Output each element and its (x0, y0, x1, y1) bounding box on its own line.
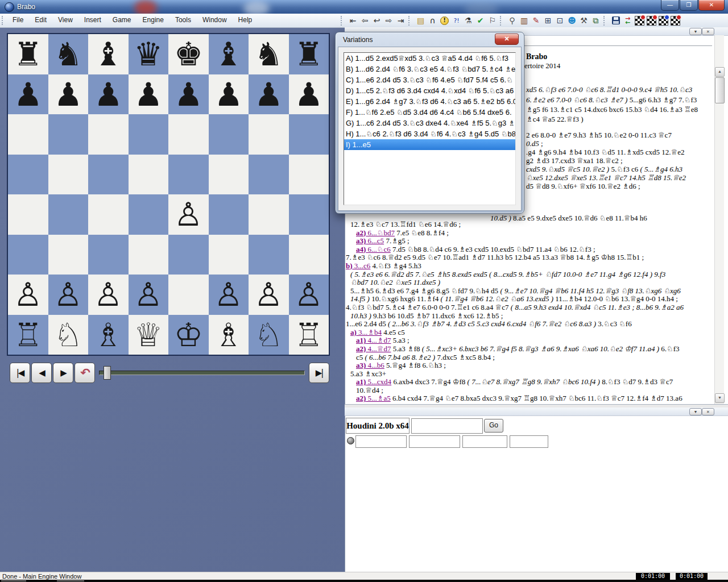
square-g2[interactable]: ♙ (249, 275, 289, 315)
notation-close-button[interactable]: ✕ (702, 28, 714, 35)
square-d8[interactable]: ♛ (129, 34, 169, 74)
engine-close-button[interactable]: ✕ (702, 408, 714, 415)
menu-view[interactable]: View (52, 14, 78, 27)
notation-line[interactable]: a1) 4...♗d7 5.a3 ; (346, 336, 715, 345)
notation-line[interactable]: b) 3...c6 4.♘f3 ♗g4 5.h3 (346, 262, 715, 271)
square-b4[interactable] (48, 194, 89, 235)
notation-line[interactable]: a3) 6...c5 7.♗g5 ; (346, 237, 715, 246)
square-d5[interactable] (129, 155, 169, 195)
square-e4[interactable]: ♙ (168, 194, 209, 235)
notation-line[interactable]: 14.f5 ) 10.♘xg6 hxg6 11.♗f4 ( 11.♕g4 ♕b6… (346, 295, 715, 304)
square-c1[interactable]: ♗ (88, 315, 129, 355)
board-window-icon[interactable]: ⊞ (542, 15, 554, 26)
goto-end-icon[interactable]: ⇥ (395, 15, 407, 26)
warning-icon[interactable]: ! (439, 15, 450, 26)
annotate-pen-icon[interactable]: ✎ (530, 15, 542, 26)
takeback-icon[interactable]: ↩ (371, 15, 383, 26)
square-d7[interactable]: ♟ (129, 74, 169, 115)
notation-collapse-button[interactable]: ▼ (689, 28, 702, 35)
square-a7[interactable]: ♟ (8, 74, 48, 115)
square-c2[interactable]: ♙ (88, 275, 129, 315)
square-f2[interactable]: ♙ (209, 275, 249, 315)
square-g7[interactable]: ♟ (249, 74, 289, 115)
notation-line[interactable]: 10.♕d4 ; (346, 386, 715, 395)
microscope-icon[interactable]: ⚗ (462, 15, 474, 26)
notation-line[interactable]: 5...♗h5 6.♗d3 e6 7.g4 ♗g6 8.g5 ♘fd7 9.♘h… (346, 287, 715, 296)
square-f4[interactable] (209, 194, 249, 235)
previous-move-button[interactable]: ◀ (31, 363, 52, 383)
square-h2[interactable]: ♙ (289, 275, 329, 315)
last-move-button[interactable]: ▶| (309, 363, 329, 383)
square-g4[interactable] (249, 194, 289, 235)
square-b2[interactable]: ♙ (48, 275, 89, 315)
notation-line[interactable]: 12.♗e3 ♘c7 13.♖fd1 ♘e6 14.♕d6 ; (346, 221, 715, 229)
square-b7[interactable]: ♟ (48, 74, 89, 115)
notation-line[interactable]: 1...e6 2.d4 d5 ( 2...b6 3.♘f3 ♗b7 4.♗d3 … (346, 320, 715, 329)
square-c6[interactable] (88, 114, 129, 155)
square-d6[interactable] (129, 114, 169, 155)
player-icon[interactable]: ☻ (566, 15, 578, 26)
titlebar[interactable]: Brabo — ❐ ✕ (0, 0, 728, 14)
square-a4[interactable] (8, 194, 48, 235)
square-d4[interactable] (129, 194, 169, 235)
variation-item-A[interactable]: A) 1...d5 2.exd5♕xd5 3.♘c3 ♕a5 4.d4 ♘f6 … (344, 53, 515, 64)
square-d2[interactable]: ♙ (129, 275, 169, 315)
square-a5[interactable] (8, 155, 48, 195)
notation-line[interactable]: a3) 4...b6 5.♕g4 ♗f8 6.♘h3 ; (346, 361, 715, 370)
notation-line[interactable]: 5.a3 ♗xc3+ (346, 370, 715, 379)
square-a2[interactable]: ♙ (8, 275, 48, 315)
tools-icon[interactable]: ⚒ (578, 15, 590, 26)
square-e8[interactable]: ♚ (168, 34, 209, 74)
scroll-down-icon[interactable]: ▼ (715, 393, 725, 403)
scrollbar-thumb[interactable] (715, 77, 725, 103)
variation-item-F[interactable]: F) 1...♘f6 2.e5 ♘d5 3.d4 d6 4.c4 ♘b6 5.f… (344, 107, 515, 118)
square-h7[interactable]: ♟ (289, 74, 329, 115)
engine-name-label[interactable]: Houdini 2.0b x64 (346, 418, 410, 434)
key-icon[interactable]: ⚲ (506, 15, 518, 26)
toolbar-grip[interactable] (2, 16, 5, 25)
square-f3[interactable] (209, 235, 249, 275)
menu-edit[interactable]: Edit (29, 14, 52, 27)
square-a8[interactable]: ♜ (8, 34, 48, 74)
go-button[interactable]: Go (484, 419, 503, 433)
square-b3[interactable] (48, 235, 89, 275)
square-f7[interactable]: ♟ (209, 74, 249, 115)
menu-game[interactable]: Game (107, 14, 137, 27)
dialog-close-button[interactable]: ✕ (495, 34, 519, 45)
blunder-check-icon[interactable]: ?! (450, 15, 462, 26)
notation-line[interactable]: a2) 6...♘bd7 7.e5 ♘e8 8.♗f4 ; (346, 229, 715, 238)
analyze-game-icon[interactable] (657, 15, 669, 26)
notation-line[interactable]: a2) 5...♗a5 6.b4 cxd4 7.♕g4 ♘e7 8.bxa5 d… (346, 394, 715, 403)
goto-start-icon[interactable]: ⇤ (347, 15, 359, 26)
square-g8[interactable]: ♞ (249, 34, 289, 74)
opening-book-icon[interactable]: ▥ (518, 15, 530, 26)
next-move-button[interactable]: ▶ (53, 363, 73, 383)
square-c5[interactable] (88, 155, 129, 195)
square-g1[interactable]: ♘ (249, 315, 289, 355)
square-d3[interactable] (129, 235, 169, 275)
square-f6[interactable] (209, 114, 249, 155)
variations-list[interactable]: A) 1...d5 2.exd5♕xd5 3.♘c3 ♕a5 4.d4 ♘f6 … (344, 52, 516, 205)
menu-tools[interactable]: Tools (169, 14, 197, 27)
square-e3[interactable] (168, 235, 209, 275)
square-d1[interactable]: ♕ (129, 315, 169, 355)
notation-line[interactable]: ♘bd7 10.♘e2 ♘xe5 11.dxe5 ) (346, 278, 715, 287)
engine-tournament-icon[interactable] (646, 15, 657, 26)
square-a1[interactable]: ♖ (8, 315, 48, 355)
menu-insert[interactable]: Insert (78, 14, 107, 27)
notation-line[interactable]: ( 5.♗e3 e6 6.♕d2 d5 7.♘e5 ♗h5 8.exd5 exd… (346, 271, 715, 279)
notation-line[interactable]: 7.♗e3 ♘c6 8.♕d2 e5 9.d5 ♘e7 10.♖ad1 ♗d7 … (346, 253, 715, 262)
notation-line[interactable]: a1) 5...cxd4 6.axb4 dxc3 7.♕g4 ♔f8 ( 7..… (346, 378, 715, 386)
square-f1[interactable]: ♗ (209, 315, 249, 355)
notation-line[interactable]: 4.♘f3 ♘bd7 5.♗c4 ♗e7 6.0-0 0-0 7.♖e1 c6 … (346, 304, 715, 312)
variation-item-C[interactable]: C) 1...e6 2.d4 d5 3.♘c3 ♘f6 4.e5 ♘fd7 5.… (344, 74, 515, 85)
square-b8[interactable]: ♞ (48, 34, 89, 74)
chess-board[interactable]: ♜♞♝♛♚♝♞♜♟♟♟♟♟♟♟♟♙♙♙♙♙♙♙♙♖♘♗♕♔♗♘♖ (7, 33, 330, 356)
square-g3[interactable] (249, 235, 289, 275)
center-window-icon[interactable]: ⊡ (554, 15, 566, 26)
ok-icon[interactable]: ✔ (474, 15, 486, 26)
send-position-icon[interactable]: ⧉ (590, 15, 602, 26)
square-e1[interactable]: ♔ (168, 315, 209, 355)
square-c4[interactable] (88, 194, 129, 235)
maximize-button[interactable]: ❐ (680, 0, 698, 11)
